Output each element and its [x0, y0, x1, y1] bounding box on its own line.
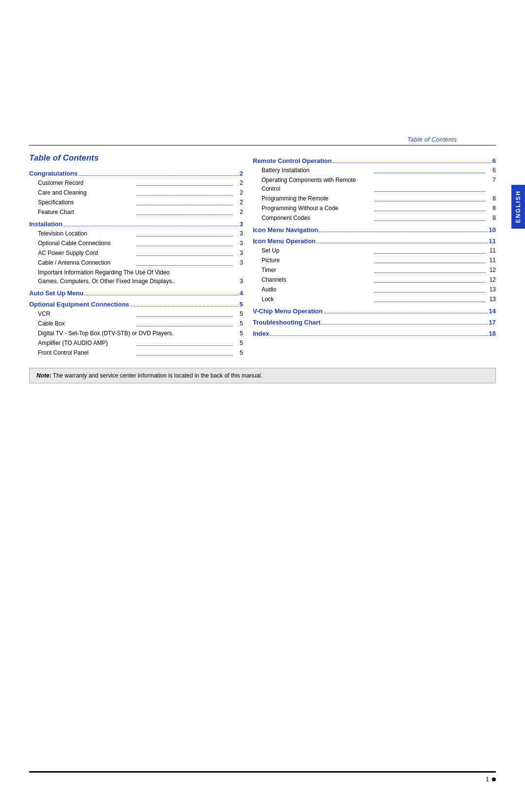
- page-index: 18: [489, 330, 496, 337]
- page-remote: 6: [492, 157, 496, 164]
- section-heading-troubleshooting: Troubleshooting Chart 17: [253, 319, 496, 326]
- section-label-vchip: V-Chip Menu Operation: [253, 307, 323, 315]
- section-optional-equipment: Optional Equipment Connections 5 VCR 5 C…: [29, 301, 243, 357]
- page-vchip: 14: [489, 307, 496, 315]
- sub-programming-remote: Programming the Remote 8: [253, 194, 496, 203]
- dots-optional-equipment: [130, 306, 239, 307]
- section-vchip: V-Chip Menu Operation 14: [253, 307, 496, 315]
- sub-important-info: Important Information Regarding The Use …: [29, 268, 243, 286]
- section-label-icon-op: Icon Menu Operation: [253, 237, 315, 245]
- sub-care-cleaning: Care and Cleaning 2: [29, 188, 243, 197]
- footer-bullet: [492, 777, 496, 781]
- section-remote-control: Remote Control Operation 6 Battery Insta…: [253, 157, 496, 222]
- dots-installation: [64, 226, 239, 226]
- section-heading-remote: Remote Control Operation 6: [253, 157, 496, 164]
- sub-digital-tv: Digital TV - Set-Top Box (DTV-STB) or DV…: [29, 329, 243, 338]
- footer-page-number: 1: [486, 776, 496, 783]
- note-label: Note:: [36, 372, 52, 379]
- section-heading-icon-nav: Icon Menu Navigation 10: [253, 226, 496, 234]
- sub-vcr: VCR 5: [29, 309, 243, 318]
- page-congratulations: 2: [240, 170, 243, 177]
- section-label-congratulations: Congratulations: [29, 170, 78, 177]
- right-column: Remote Control Operation 6 Battery Insta…: [253, 153, 496, 358]
- page-installation: 3: [240, 220, 243, 228]
- section-heading-vchip: V-Chip Menu Operation 14: [253, 307, 496, 315]
- section-auto-setup: Auto Set Up Menu 4: [29, 289, 243, 297]
- section-label-index: Index: [253, 330, 269, 337]
- dots-vchip: [324, 313, 488, 313]
- sub-channels: Channels 12: [253, 275, 496, 284]
- section-label-icon-nav: Icon Menu Navigation: [253, 226, 318, 234]
- sub-front-control: Front Control Panel 5: [29, 348, 243, 357]
- sub-programming-no-code: Programming Without a Code 8: [253, 204, 496, 213]
- section-label-remote: Remote Control Operation: [253, 157, 332, 164]
- page-icon-nav: 10: [489, 226, 496, 234]
- dots-icon-nav: [319, 232, 488, 232]
- section-label-troubleshooting: Troubleshooting Chart: [253, 319, 320, 326]
- sub-audio: Audio 13: [253, 285, 496, 294]
- section-icon-nav: Icon Menu Navigation 10: [253, 226, 496, 234]
- dots-index: [270, 335, 488, 336]
- page-optional-equipment: 5: [240, 301, 243, 308]
- header-toc-label: Table of Contents: [407, 136, 457, 143]
- sub-component-codes: Component Codes 8: [253, 214, 496, 222]
- sub-feature-chart: Feature Chart 2: [29, 208, 243, 217]
- section-heading-icon-op: Icon Menu Operation 11: [253, 237, 496, 245]
- bottom-bar: 1: [29, 771, 496, 783]
- sub-ac-power: AC Power Supply Cord 3: [29, 249, 243, 257]
- sub-lock: Lock 13: [253, 295, 496, 304]
- page-auto-setup: 4: [240, 289, 243, 297]
- left-column: Table of Contents Congratulations 2 Cust…: [29, 153, 243, 358]
- section-heading-index: Index 18: [253, 330, 496, 337]
- top-spacer: [0, 0, 525, 136]
- english-tab: ENGLISH: [511, 185, 525, 229]
- section-congratulations: Congratulations 2 Customer Record 2 Care…: [29, 170, 243, 217]
- note-box: Note: The warranty and service center in…: [29, 368, 496, 383]
- section-installation: Installation 3 Television Location 3 Opt…: [29, 220, 243, 286]
- dots-auto-setup: [85, 295, 239, 295]
- sub-battery: Battery Installation 6: [253, 166, 496, 175]
- section-heading-congratulations: Congratulations 2: [29, 170, 243, 177]
- dots-icon-op: [316, 243, 488, 243]
- footer-page-label: 1: [486, 776, 489, 783]
- sub-cable-antenna: Cable / Antenna Connection 3: [29, 258, 243, 267]
- header-toc-bar: Table of Contents: [29, 136, 496, 145]
- section-label-optional-equipment: Optional Equipment Connections: [29, 301, 129, 308]
- sub-tv-location: Television Location 3: [29, 229, 243, 238]
- sub-setup: Set Up 11: [253, 246, 496, 255]
- section-heading-installation: Installation 3: [29, 220, 243, 228]
- section-label-installation: Installation: [29, 220, 63, 228]
- dots-congratulations: [79, 175, 239, 176]
- page-wrapper: Table of Contents Table of Contents Cong…: [0, 0, 525, 812]
- sub-timer: Timer 12: [253, 266, 496, 274]
- section-index: Index 18: [253, 330, 496, 337]
- section-heading-auto-setup: Auto Set Up Menu 4: [29, 289, 243, 297]
- dots-troubleshooting: [321, 324, 488, 325]
- dots-remote: [333, 162, 491, 163]
- sub-cable-box: Cable Box 5: [29, 319, 243, 328]
- page-title: Table of Contents: [29, 153, 243, 163]
- sub-customer-record: Customer Record 2: [29, 179, 243, 187]
- sub-specifications: Specifications 2: [29, 198, 243, 207]
- section-troubleshooting: Troubleshooting Chart 17: [253, 319, 496, 326]
- sub-amplifier: Amplifier (TO AUDIO AMP) 5: [29, 339, 243, 347]
- page-troubleshooting: 17: [489, 319, 496, 326]
- sub-picture: Picture 11: [253, 256, 496, 265]
- page-icon-op: 11: [489, 237, 496, 245]
- section-heading-optional-equipment: Optional Equipment Connections 5: [29, 301, 243, 308]
- sub-optional-cable: Optional Cable Connections 3: [29, 239, 243, 248]
- note-text: The warranty and service center informat…: [53, 372, 262, 379]
- english-tab-label: ENGLISH: [515, 190, 522, 223]
- section-icon-op: Icon Menu Operation 11 Set Up 11 Picture…: [253, 237, 496, 304]
- main-content: Table of Contents Congratulations 2 Cust…: [29, 145, 496, 358]
- section-label-auto-setup: Auto Set Up Menu: [29, 289, 84, 297]
- sub-operating-components: Operating Components with Remote Control…: [253, 176, 496, 193]
